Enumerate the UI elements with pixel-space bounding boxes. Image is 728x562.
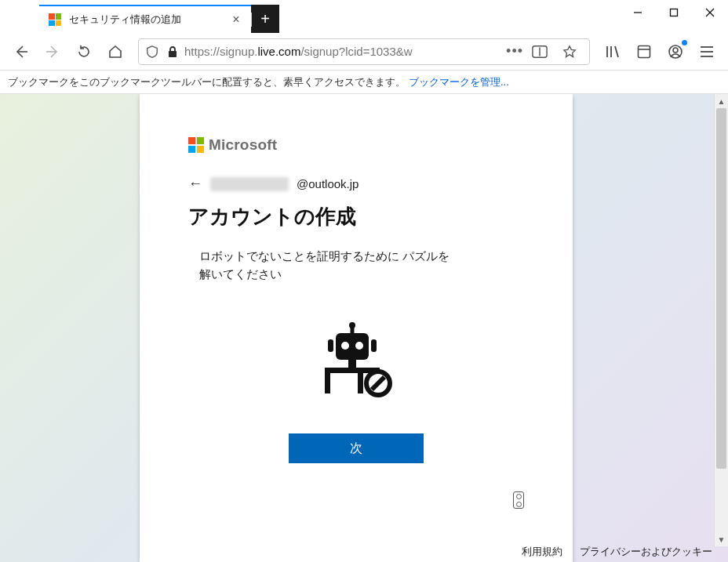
scroll-up-icon[interactable]: ▲ xyxy=(715,94,728,108)
navigation-toolbar: https://signup.live.com/signup?lcid=1033… xyxy=(0,33,728,71)
vertical-scrollbar[interactable]: ▲ ▼ xyxy=(714,94,728,546)
svg-line-10 xyxy=(615,46,618,57)
tab-close-icon[interactable]: × xyxy=(229,13,243,27)
forward-button[interactable] xyxy=(39,38,66,65)
new-tab-button[interactable]: + xyxy=(251,5,279,33)
url-text: https://signup.live.com/signup?lcid=1033… xyxy=(184,45,500,58)
page-title: アカウントの作成 xyxy=(188,203,524,230)
svg-rect-25 xyxy=(348,360,356,368)
window-titlebar: セキュリティ情報の追加 × + xyxy=(0,0,728,33)
account-icon[interactable] xyxy=(662,38,689,65)
svg-line-30 xyxy=(372,377,384,390)
svg-rect-28 xyxy=(358,373,363,393)
identity-back-icon[interactable]: ← xyxy=(188,176,202,192)
svg-point-21 xyxy=(341,342,349,350)
window-close-button[interactable] xyxy=(692,0,728,25)
page-actions-icon[interactable]: ••• xyxy=(506,43,523,60)
scroll-thumb[interactable] xyxy=(716,108,726,469)
scroll-down-icon[interactable]: ▼ xyxy=(715,532,728,546)
reader-mode-icon[interactable] xyxy=(526,38,553,65)
bookmarks-hint-text: ブックマークをこのブックマークツールバーに配置すると、素早くアクセスできます。 xyxy=(8,75,406,89)
email-domain: @outlook.jp xyxy=(297,177,359,190)
svg-point-14 xyxy=(673,48,678,53)
sidebar-icon[interactable] xyxy=(631,38,657,65)
microsoft-wordmark: Microsoft xyxy=(209,136,277,154)
manage-bookmarks-link[interactable]: ブックマークを管理... xyxy=(409,75,509,89)
svg-rect-23 xyxy=(328,339,333,352)
window-maximize-button[interactable] xyxy=(656,0,692,25)
svg-point-19 xyxy=(349,322,355,328)
reload-button[interactable] xyxy=(71,38,97,65)
redacted-email-local xyxy=(210,177,289,191)
signup-card: Microsoft ← @outlook.jp アカウントの作成 ロボットでない… xyxy=(140,94,573,562)
site-identity[interactable] xyxy=(145,45,178,59)
svg-rect-20 xyxy=(336,333,369,360)
shield-icon xyxy=(145,45,159,59)
url-bar[interactable]: https://signup.live.com/signup?lcid=1033… xyxy=(138,38,590,65)
svg-rect-27 xyxy=(325,373,330,393)
back-button[interactable] xyxy=(8,38,35,65)
svg-rect-6 xyxy=(169,51,177,57)
lock-icon xyxy=(167,45,178,58)
browser-tab[interactable]: セキュリティ情報の追加 × xyxy=(39,5,251,33)
svg-point-22 xyxy=(355,342,363,350)
microsoft-logo-icon xyxy=(188,137,204,153)
robot-illustration xyxy=(188,322,524,401)
page-viewport: Microsoft ← @outlook.jp アカウントの作成 ロボットでない… xyxy=(0,94,728,562)
bookmarks-toolbar: ブックマークをこのブックマークツールバーに配置すると、素早くアクセスできます。 … xyxy=(0,71,728,94)
tab-strip: セキュリティ情報の追加 × + xyxy=(0,0,620,33)
robot-no-icon xyxy=(317,322,395,401)
terms-link[interactable]: 利用規約 xyxy=(522,546,562,559)
hamburger-menu-icon[interactable] xyxy=(693,38,720,65)
identity-row: ← @outlook.jp xyxy=(188,176,524,192)
svg-rect-11 xyxy=(639,45,650,57)
svg-rect-24 xyxy=(371,339,377,352)
library-icon[interactable] xyxy=(599,38,626,65)
tab-title: セキュリティ情報の追加 xyxy=(69,13,221,27)
audio-challenge-icon[interactable] xyxy=(513,491,524,509)
window-minimize-button[interactable] xyxy=(620,0,656,25)
privacy-link[interactable]: プライバシーおよびクッキー xyxy=(580,546,712,559)
microsoft-favicon-icon xyxy=(49,13,61,26)
window-controls xyxy=(620,0,728,25)
home-button[interactable] xyxy=(102,38,129,65)
footer-links: 利用規約 プライバシーおよびクッキー xyxy=(522,546,712,559)
svg-rect-1 xyxy=(671,9,678,16)
microsoft-logo: Microsoft xyxy=(188,136,524,154)
next-button[interactable]: 次 xyxy=(289,433,424,463)
bookmark-star-icon[interactable] xyxy=(556,38,583,65)
captcha-instruction: ロボットでないことを証明するために パズルを解いてください xyxy=(199,248,458,283)
